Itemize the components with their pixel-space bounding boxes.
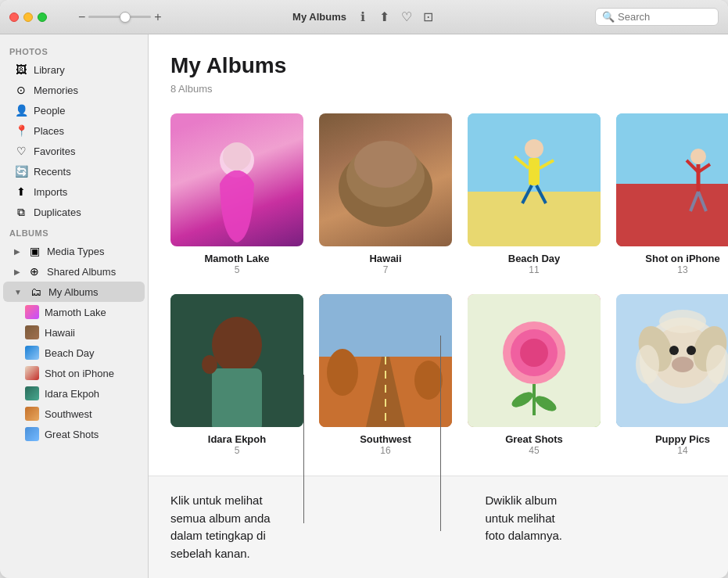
content-area: My Albums 8 Albums bbox=[149, 34, 728, 476]
sidebar-label-memories: Memories bbox=[34, 84, 78, 96]
sidebar-section-photos: Photos bbox=[0, 41, 148, 59]
sidebar-item-idara[interactable]: Idara Ekpoh bbox=[3, 383, 145, 404]
crop-icon[interactable]: ⊡ bbox=[421, 10, 436, 24]
library-icon: 🖼 bbox=[14, 63, 28, 77]
zoom-in-button[interactable]: + bbox=[154, 10, 161, 24]
zoom-out-button[interactable]: − bbox=[78, 10, 85, 24]
album-thumb-shot-on-iphone bbox=[616, 113, 728, 246]
sidebar-item-shot-on-iphone[interactable]: Shot on iPhone bbox=[3, 363, 145, 383]
disclosure-my-albums-icon: ▼ bbox=[14, 288, 22, 296]
sidebar-item-library[interactable]: 🖼 Library bbox=[3, 59, 145, 80]
sidebar-item-mamoth-lake[interactable]: Mamoth Lake bbox=[3, 302, 145, 322]
sidebar-item-southwest[interactable]: Southwest bbox=[3, 404, 145, 424]
great-shots-thumbnail bbox=[25, 427, 39, 441]
hawaii-thumbnail bbox=[25, 325, 39, 339]
sidebar-item-shared-albums[interactable]: ▶ ⊕ Shared Albums bbox=[3, 261, 145, 282]
album-count-idara: 5 bbox=[235, 445, 240, 456]
album-name-beach-day: Beach Day bbox=[508, 253, 560, 264]
album-thumb-southwest bbox=[319, 294, 452, 427]
recents-icon: 🔄 bbox=[14, 164, 28, 178]
svg-point-1 bbox=[223, 142, 251, 171]
album-name-great-shots: Great Shots bbox=[505, 433, 563, 445]
duplicates-icon: ⧉ bbox=[14, 205, 28, 219]
svg-point-29 bbox=[414, 361, 443, 400]
sidebar-item-places[interactable]: 📍 Places bbox=[3, 120, 145, 141]
album-southwest[interactable]: Southwest 16 bbox=[319, 294, 452, 456]
app-window: − + My Albums ℹ ⬆ ♡ ⊡ 🔍 Photos � bbox=[0, 0, 728, 578]
album-beach-day[interactable]: Beach Day 11 bbox=[468, 113, 601, 275]
memories-icon: ⊙ bbox=[14, 83, 28, 97]
sidebar-item-media-types[interactable]: ▶ ▣ Media Types bbox=[3, 241, 145, 261]
album-grid: Mamoth Lake 5 Hawaii bbox=[170, 113, 706, 456]
sidebar-label-my-albums: My Albums bbox=[48, 286, 99, 298]
sidebar-label-beach-day: Beach Day bbox=[45, 347, 95, 359]
sidebar-label-library: Library bbox=[34, 64, 65, 76]
favorites-icon: ♡ bbox=[14, 144, 28, 158]
imports-icon: ⬆ bbox=[14, 185, 28, 199]
search-input[interactable] bbox=[618, 11, 712, 23]
svg-rect-25 bbox=[319, 294, 452, 357]
svg-point-42 bbox=[669, 346, 679, 355]
sidebar-item-imports[interactable]: ⬆ Imports bbox=[3, 181, 145, 202]
album-mamoth-lake[interactable]: Mamoth Lake 5 bbox=[170, 113, 303, 275]
album-name-hawaii: Hawaii bbox=[369, 253, 401, 264]
zoom-slider-area: − + bbox=[78, 10, 162, 24]
my-albums-icon: 🗂 bbox=[29, 285, 43, 299]
sidebar-item-recents[interactable]: 🔄 Recents bbox=[3, 161, 145, 181]
zoom-slider-track[interactable] bbox=[88, 16, 151, 18]
sidebar-item-hawaii[interactable]: Hawaii bbox=[3, 322, 145, 343]
titlebar-icons: ℹ ⬆ ♡ ⊡ bbox=[356, 10, 436, 24]
sidebar-item-people[interactable]: 👤 People bbox=[3, 100, 145, 120]
disclosure-media-types-icon: ▶ bbox=[14, 247, 20, 256]
sidebar-item-favorites[interactable]: ♡ Favorites bbox=[3, 141, 145, 161]
sidebar-label-media-types: Media Types bbox=[47, 246, 104, 257]
sidebar-label-shot-on-iphone: Shot on iPhone bbox=[45, 368, 114, 379]
album-count-mamoth-lake: 5 bbox=[235, 264, 240, 275]
album-shot-on-iphone[interactable]: Shot on iPhone 13 bbox=[616, 113, 728, 275]
album-thumb-great-shots bbox=[468, 294, 601, 427]
album-hawaii[interactable]: Hawaii 7 bbox=[319, 113, 452, 275]
sidebar-item-memories[interactable]: ⊙ Memories bbox=[3, 80, 145, 100]
sidebar-label-duplicates: Duplicates bbox=[34, 206, 81, 218]
albums-count: 8 Albums bbox=[170, 83, 706, 95]
share-icon[interactable]: ⬆ bbox=[378, 10, 392, 24]
sidebar-item-beach-day[interactable]: Beach Day bbox=[3, 343, 145, 363]
minimize-button[interactable] bbox=[23, 13, 33, 22]
sidebar-label-hawaii: Hawaii bbox=[45, 327, 75, 339]
close-button[interactable] bbox=[9, 13, 19, 22]
content-scroll-area: My Albums 8 Albums bbox=[149, 34, 728, 476]
sidebar-item-duplicates[interactable]: ⧉ Duplicates bbox=[3, 202, 145, 222]
svg-point-15 bbox=[690, 149, 706, 164]
album-great-shots[interactable]: Great Shots 45 bbox=[468, 294, 601, 456]
album-count-beach-day: 11 bbox=[529, 264, 539, 275]
info-icon[interactable]: ℹ bbox=[356, 10, 370, 24]
svg-point-28 bbox=[327, 349, 358, 396]
album-idara[interactable]: Idara Ekpoh 5 bbox=[170, 294, 303, 456]
heart-icon[interactable]: ♡ bbox=[400, 10, 414, 24]
annotation-line-right bbox=[440, 336, 441, 531]
sidebar-item-my-albums[interactable]: ▼ 🗂 My Albums bbox=[3, 282, 145, 302]
titlebar-center: My Albums ℹ ⬆ ♡ ⊡ bbox=[292, 10, 436, 24]
sidebar-label-idara: Idara Ekpoh bbox=[45, 388, 99, 400]
album-count-puppy-pics: 14 bbox=[677, 445, 687, 456]
zoom-slider-thumb[interactable] bbox=[120, 12, 131, 23]
album-count-shot-on-iphone: 13 bbox=[677, 264, 687, 275]
album-thumb-beach-day bbox=[468, 113, 601, 246]
page-title: My Albums bbox=[170, 53, 706, 78]
svg-rect-14 bbox=[616, 184, 728, 246]
svg-rect-8 bbox=[529, 158, 540, 185]
idara-thumbnail bbox=[25, 386, 39, 400]
callout-area: Klik untuk melihatsemua album andadalam … bbox=[149, 476, 728, 578]
sidebar-section-albums: Albums bbox=[0, 222, 148, 241]
media-types-icon: ▣ bbox=[27, 244, 41, 258]
album-thumb-mamoth-lake bbox=[170, 113, 303, 246]
sidebar-label-people: People bbox=[34, 105, 65, 117]
southwest-thumbnail bbox=[25, 407, 39, 421]
svg-point-24 bbox=[202, 355, 217, 374]
search-icon: 🔍 bbox=[602, 11, 615, 23]
sidebar-item-great-shots[interactable]: Great Shots bbox=[3, 424, 145, 444]
maximize-button[interactable] bbox=[38, 13, 47, 22]
album-puppy-pics[interactable]: Puppy Pics 14 bbox=[616, 294, 728, 456]
svg-rect-13 bbox=[616, 113, 728, 184]
search-area: 🔍 bbox=[595, 8, 719, 26]
